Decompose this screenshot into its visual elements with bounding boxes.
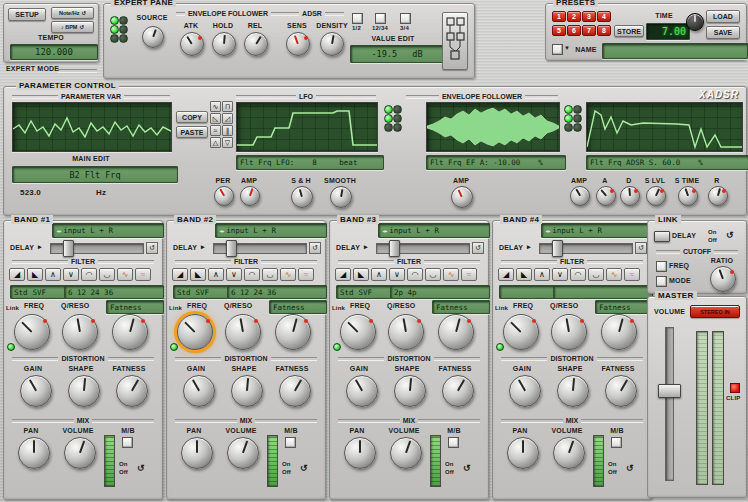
filter-type-display[interactable]: StdSVF (173, 285, 231, 299)
shape-knob[interactable] (557, 375, 589, 407)
sample-hold-knob[interactable] (291, 186, 313, 208)
routing-diagram-button[interactable] (442, 12, 468, 70)
preset-5-button[interactable]: 5 (552, 25, 566, 36)
band-volume-knob[interactable] (553, 437, 585, 469)
main-edit-display[interactable]: B2 Flt Frq (12, 166, 178, 183)
filter-lowpass-icon[interactable]: ◢ (172, 268, 188, 281)
freq-knob[interactable] (177, 314, 213, 350)
sustain-time-knob[interactable] (678, 186, 698, 206)
fatness-display[interactable]: Fatness (106, 300, 164, 314)
preset-name-display[interactable] (602, 43, 748, 59)
pan-knob[interactable] (344, 437, 376, 469)
route-3-4-checkbox[interactable] (400, 13, 411, 24)
filter-shelf-high-icon[interactable]: ◡ (99, 268, 115, 281)
sens-knob[interactable] (286, 32, 310, 56)
preset-3-button[interactable]: 3 (582, 11, 596, 22)
mute-bypass-checkbox[interactable] (122, 437, 133, 448)
release-knob[interactable] (708, 186, 728, 206)
adsr-amp-knob[interactable] (570, 186, 590, 206)
delay-slider-handle[interactable] (389, 240, 400, 257)
xadsr-display[interactable] (586, 102, 743, 152)
filter-highpass-icon[interactable]: ◣ (353, 268, 369, 281)
filter-fatness-knob[interactable] (275, 314, 311, 350)
route-12-34-checkbox[interactable] (375, 13, 386, 24)
filter-allpass-icon[interactable]: ≈ (461, 268, 477, 281)
ratio-knob[interactable] (710, 266, 736, 292)
decay-knob[interactable] (620, 186, 640, 206)
input-spinner-icon[interactable]: ◂▸ (219, 227, 224, 234)
lfo-shape-saw-down-icon[interactable]: ◺ (210, 113, 221, 124)
band-input-selector[interactable]: ◂▸ input L + R (52, 223, 164, 238)
preset-6-button[interactable]: 6 (567, 25, 581, 36)
band-volume-knob[interactable] (227, 437, 259, 469)
lfo-shape-tri-up-icon[interactable]: △ (210, 137, 221, 148)
filter-shelf-low-icon[interactable]: ◠ (570, 268, 586, 281)
lfo-shape-tri-down-icon[interactable]: ▽ (222, 137, 233, 148)
filter-slope-display[interactable]: 2p 4p (390, 285, 490, 299)
freq-link-label[interactable]: Link (495, 305, 508, 311)
filter-shelf-high-icon[interactable]: ◡ (262, 268, 278, 281)
filter-bandpass-icon[interactable]: ∧ (45, 268, 61, 281)
q-reso-knob[interactable] (388, 314, 424, 350)
dist-fatness-knob[interactable] (279, 375, 311, 407)
stereo-in-button[interactable]: STEREO IN (690, 305, 740, 318)
pan-knob[interactable] (181, 437, 213, 469)
band-volume-knob[interactable] (64, 437, 96, 469)
delay-link-icon[interactable]: ↺ (635, 242, 647, 254)
filter-fatness-knob[interactable] (601, 314, 637, 350)
filter-fatness-knob[interactable] (438, 314, 474, 350)
density-knob[interactable] (320, 32, 344, 56)
bpm-sync-button[interactable]: ♪ BPM↺ (51, 21, 94, 33)
filter-notch-icon[interactable]: ∨ (389, 268, 405, 281)
expert-mode-label[interactable]: EXPERT MODE (6, 65, 59, 72)
setup-button[interactable]: SETUP (8, 8, 46, 21)
filter-notch-icon[interactable]: ∨ (552, 268, 568, 281)
name-edit-checkbox[interactable] (552, 44, 563, 55)
link-loop-icon[interactable]: ↺ (726, 230, 734, 240)
band-loop-icon[interactable]: ↺ (137, 463, 145, 473)
dist-fatness-knob[interactable] (605, 375, 637, 407)
ef-amp-knob[interactable] (451, 186, 473, 208)
filter-shelf-low-icon[interactable]: ◠ (81, 268, 97, 281)
attack-knob[interactable] (596, 186, 616, 206)
band-loop-icon[interactable]: ↺ (626, 463, 634, 473)
delay-link-icon[interactable]: ↺ (146, 242, 158, 254)
freq-knob[interactable] (340, 314, 376, 350)
preset-7-button[interactable]: 7 (582, 25, 596, 36)
filter-peak-icon[interactable]: ∿ (606, 268, 622, 281)
load-button[interactable]: LOAD (706, 10, 740, 23)
filter-peak-icon[interactable]: ∿ (443, 268, 459, 281)
filter-shelf-low-icon[interactable]: ◠ (407, 268, 423, 281)
mute-bypass-checkbox[interactable] (611, 437, 622, 448)
fatness-display[interactable]: Fatness (432, 300, 490, 314)
delay-slider[interactable] (213, 243, 307, 254)
gain-knob[interactable] (20, 375, 52, 407)
dist-fatness-knob[interactable] (116, 375, 148, 407)
filter-type-display[interactable] (499, 285, 557, 299)
filter-highpass-icon[interactable]: ◣ (516, 268, 532, 281)
filter-bandpass-icon[interactable]: ∧ (534, 268, 550, 281)
shape-knob[interactable] (394, 375, 426, 407)
fatness-display[interactable]: Fatness (595, 300, 653, 314)
master-volume-handle[interactable] (658, 384, 681, 398)
band-input-selector[interactable]: ◂▸ input L + R (541, 223, 653, 238)
gain-knob[interactable] (183, 375, 215, 407)
freq-link-label[interactable]: Link (6, 305, 19, 311)
q-reso-knob[interactable] (62, 314, 98, 350)
xadsr-readout[interactable]: Flt Frq ADSR S. 60.0 % (586, 155, 748, 170)
filter-highpass-icon[interactable]: ◣ (190, 268, 206, 281)
q-reso-knob[interactable] (551, 314, 587, 350)
gain-knob[interactable] (509, 375, 541, 407)
link-delay-toggle[interactable] (654, 231, 670, 242)
band-input-selector[interactable]: ◂▸ input L + R (215, 223, 327, 238)
lfo-display[interactable] (236, 102, 378, 152)
route-1-2-checkbox[interactable] (352, 13, 363, 24)
fatness-display[interactable]: Fatness (269, 300, 327, 314)
filter-shelf-high-icon[interactable]: ◡ (588, 268, 604, 281)
filter-shelf-low-icon[interactable]: ◠ (244, 268, 260, 281)
lfo-shape-sine-icon[interactable]: ∿ (210, 101, 221, 112)
delay-link-icon[interactable]: ↺ (309, 242, 321, 254)
filter-slope-display[interactable]: 6 12 24 36 (227, 285, 327, 299)
name-dropdown-icon[interactable]: ▼ (564, 45, 570, 51)
pan-knob[interactable] (18, 437, 50, 469)
